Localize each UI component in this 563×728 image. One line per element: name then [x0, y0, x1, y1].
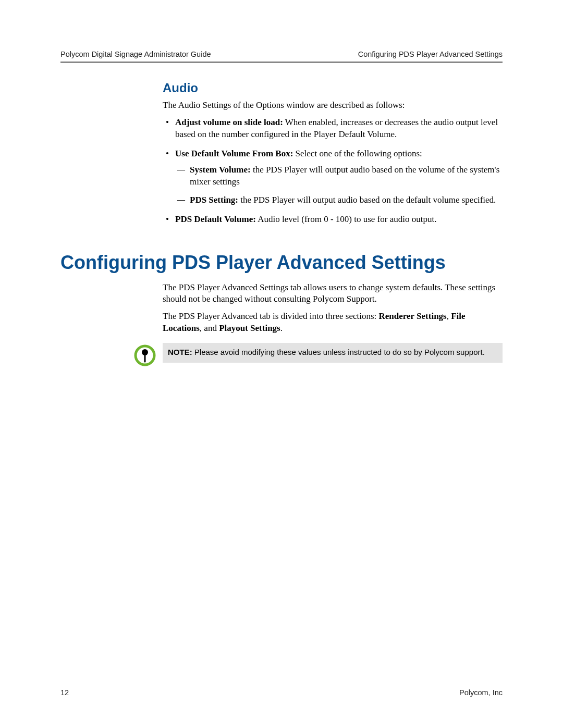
- bullet-text: Select one of the following options:: [293, 149, 422, 158]
- sub-system-volume: System Volume: the PDS Player will outpu…: [175, 164, 503, 188]
- sub-label: System Volume:: [190, 165, 251, 175]
- bullet-default-volume: PDS Default Volume: Audio level (from 0 …: [163, 214, 503, 226]
- page-footer: 12 Polycom, Inc: [60, 688, 503, 697]
- advanced-section: The PDS Player Advanced Settings tab all…: [163, 282, 503, 369]
- advanced-heading: Configuring PDS Player Advanced Settings: [60, 252, 503, 274]
- note-row: NOTE: Please avoid modifying these value…: [133, 343, 503, 369]
- header-rule: [60, 61, 503, 63]
- bullet-label: Use Default Volume From Box:: [175, 149, 293, 158]
- audio-heading: Audio: [163, 81, 503, 95]
- bullet-label: Adjust volume on slide load:: [175, 117, 283, 127]
- footer-company: Polycom, Inc: [459, 688, 503, 697]
- page-header: Polycom Digital Signage Administrator Gu…: [60, 50, 503, 61]
- bullet-adjust-volume: Adjust volume on slide load: When enable…: [163, 117, 503, 141]
- bullet-label: PDS Default Volume:: [175, 214, 256, 224]
- para2-b1: Renderer Settings: [379, 311, 447, 321]
- sub-option-list: System Volume: the PDS Player will outpu…: [175, 164, 503, 206]
- advanced-para2: The PDS Player Advanced tab is divided i…: [163, 311, 503, 335]
- para2-b3: Playout Settings: [219, 323, 280, 333]
- page-number: 12: [60, 688, 69, 697]
- note-text: Please avoid modifying these values unle…: [192, 348, 485, 356]
- audio-bullet-list: Adjust volume on slide load: When enable…: [163, 117, 503, 226]
- header-left: Polycom Digital Signage Administrator Gu…: [60, 50, 211, 58]
- para2-end: .: [280, 323, 283, 333]
- audio-section: Audio The Audio Settings of the Options …: [163, 81, 503, 226]
- para2-start: The PDS Player Advanced tab is divided i…: [163, 311, 379, 321]
- audio-intro: The Audio Settings of the Options window…: [163, 100, 503, 112]
- bullet-use-default: Use Default Volume From Box: Select one …: [163, 148, 503, 206]
- header-right: Configuring PDS Player Advanced Settings: [358, 50, 503, 58]
- sub-text: the PDS Player will output audio based o…: [238, 195, 496, 205]
- advanced-para1: The PDS Player Advanced Settings tab all…: [163, 282, 503, 306]
- para2-sep2: , and: [200, 323, 219, 333]
- sub-label: PDS Setting:: [190, 195, 238, 205]
- bullet-text: Audio level (from 0 - 100) to use for au…: [256, 214, 437, 224]
- note-label: NOTE:: [168, 348, 192, 356]
- pin-icon: [133, 344, 156, 369]
- sub-pds-setting: PDS Setting: the PDS Player will output …: [175, 194, 503, 206]
- note-box: NOTE: Please avoid modifying these value…: [163, 343, 503, 363]
- document-page: Polycom Digital Signage Administrator Gu…: [0, 0, 563, 728]
- para2-sep1: ,: [447, 311, 451, 321]
